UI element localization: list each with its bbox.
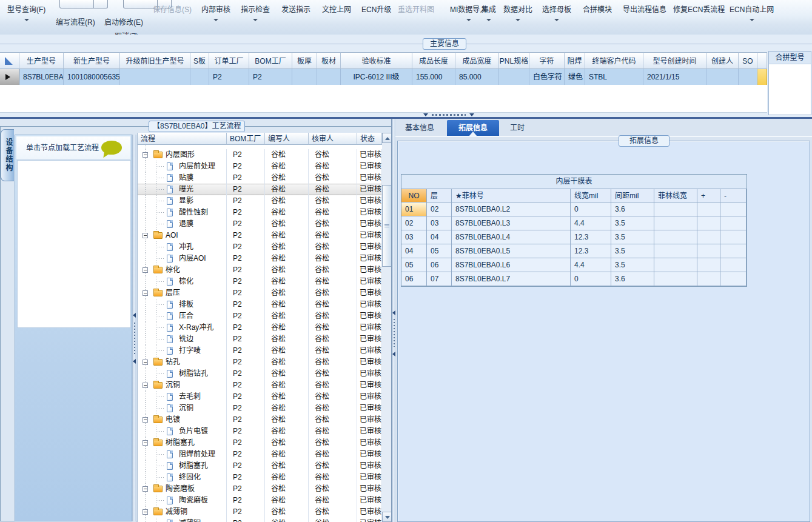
tree-row-step[interactable]: 棕化P2谷松谷松已审核 [138, 276, 382, 287]
film-table-cell[interactable]: 06 [401, 272, 427, 286]
film-table-cell[interactable]: 07 [427, 272, 452, 286]
film-table-cell[interactable] [697, 202, 720, 216]
film-table-cell[interactable] [654, 216, 697, 230]
tree-row-folder[interactable]: 沉铜P2谷松谷松已审核 [138, 380, 382, 391]
tree-row-step[interactable]: 曝光P2谷松谷松已审核 [138, 184, 382, 195]
tree-row-step[interactable]: 冲孔P2谷松谷松已审核 [138, 241, 382, 253]
grid-column-header[interactable]: 终端客户代码 [585, 52, 643, 69]
tree-row-step[interactable]: 排板P2谷松谷松已审核 [138, 299, 382, 310]
film-table-cell[interactable] [720, 202, 747, 216]
film-table-cell[interactable]: 01 [401, 202, 427, 216]
toolbar-item-15[interactable]: 选择母板 [540, 2, 574, 15]
toolbar-clipped-button[interactable] [59, 0, 108, 8]
grid-column-header[interactable]: BOM工厂 [249, 52, 292, 69]
film-column-header[interactable]: - [720, 189, 747, 202]
collapse-toggle-icon[interactable] [143, 509, 148, 515]
grid-column-header[interactable]: 阻焊 [565, 52, 585, 69]
film-table-cell[interactable]: 05 [401, 258, 427, 272]
dropdown-arrow-icon[interactable] [466, 19, 471, 21]
film-table-cell[interactable] [720, 244, 747, 258]
film-table-row[interactable]: 04058S7BL0EBA0.L512.33.5 [401, 244, 747, 258]
dropdown-arrow-icon[interactable] [554, 19, 559, 21]
tree-row-step[interactable]: 压合P2谷松谷松已审核 [138, 310, 382, 322]
film-table-row[interactable]: 01028S7BL0EBA0.L203.6 [401, 202, 747, 216]
tab-basic-info[interactable]: 基本信息 [397, 120, 442, 136]
grid-column-header[interactable]: 验收标准 [341, 52, 412, 69]
scroll-down-button[interactable] [382, 512, 392, 522]
tree-row-step[interactable]: 内层AOIP2谷松谷松已审核 [138, 253, 382, 264]
film-column-header[interactable]: 层 [427, 189, 452, 202]
film-table-cell[interactable]: 4.4 [571, 258, 611, 272]
toolbar-item-9[interactable]: 文控上网 [320, 2, 354, 15]
grid-column-header[interactable]: 新生产型号 [64, 52, 120, 69]
tree-row-step[interactable]: 树脂塞孔P2谷松谷松已审核 [138, 460, 382, 472]
film-table-cell[interactable]: 02 [427, 202, 452, 216]
grid-cell[interactable] [739, 69, 757, 85]
collapse-toggle-icon[interactable] [143, 152, 148, 158]
grid-column-header[interactable]: 成品宽度 [455, 52, 499, 69]
tree-row-step[interactable]: 酸性蚀刻P2谷松谷松已审核 [138, 207, 382, 218]
film-table-cell[interactable]: 06 [427, 258, 452, 272]
collapse-toggle-icon[interactable] [143, 290, 148, 296]
film-table-cell[interactable] [720, 216, 747, 230]
dropdown-arrow-icon[interactable] [515, 19, 520, 21]
grid-cell[interactable]: 2021/1/15 [643, 69, 706, 85]
tree-row-folder[interactable]: 树脂塞孔P2谷松谷松已审核 [138, 437, 382, 449]
film-table-row[interactable]: 05068S7BL0EBA0.L64.43.5 [401, 258, 747, 272]
tree-column-header[interactable]: 状态 [357, 133, 382, 145]
grid-column-header[interactable]: SO [739, 52, 757, 69]
tab-extended-info[interactable]: 拓展信息 [447, 120, 499, 136]
tree-row-step[interactable]: 显影P2谷松谷松已审核 [138, 195, 382, 207]
grid-cell[interactable]: STBL [585, 69, 643, 85]
toolbar-item-2[interactable]: 编写流程(R) [53, 15, 98, 28]
select-all-corner[interactable] [0, 52, 19, 69]
film-table-cell[interactable]: 8S7BL0EBA0.L2 [452, 202, 571, 216]
toolbar-item-3[interactable]: 启动修改(E) [102, 15, 146, 28]
film-table-row[interactable]: 03048S7BL0EBA0.L412.33.5 [401, 230, 747, 244]
tree-column-header[interactable]: 流程 [138, 133, 227, 145]
toolbar-item-17[interactable]: 导出流程信息 [620, 2, 669, 15]
horizontal-splitter-handle[interactable] [423, 112, 474, 117]
film-table-cell[interactable]: 3.5 [611, 244, 654, 258]
film-table-cell[interactable] [654, 230, 697, 244]
film-table-cell[interactable]: 8S7BL0EBA0.L6 [452, 258, 571, 272]
film-table-cell[interactable]: 3.6 [611, 202, 654, 216]
film-table-cell[interactable] [697, 244, 720, 258]
film-column-header[interactable]: 间距mil [611, 189, 654, 202]
film-table-cell[interactable] [697, 258, 720, 272]
toolbar-item-14[interactable]: 数据对比 [501, 2, 535, 15]
grid-cell[interactable] [499, 69, 529, 85]
tree-row-step[interactable]: 贴膜P2谷松谷松已审核 [138, 172, 382, 184]
film-table-cell[interactable] [654, 244, 697, 258]
dropdown-arrow-icon[interactable] [213, 19, 218, 21]
grid-cell[interactable]: P2 [209, 69, 249, 85]
tree-row-step[interactable]: 减薄铜P2谷松谷松已审核 [138, 518, 382, 522]
grid-cell[interactable]: P2 [249, 69, 292, 85]
film-column-header[interactable]: ★菲林号 [452, 189, 571, 202]
grid-cell[interactable]: IPC-6012 III级 [341, 69, 412, 85]
toolbar-item-19[interactable]: ECN自动上网 [727, 2, 776, 15]
film-table-cell[interactable] [720, 230, 747, 244]
tree-row-folder[interactable]: 减薄铜P2谷松谷松已审核 [138, 506, 382, 518]
grid-cell[interactable] [120, 69, 190, 85]
tree-row-step[interactable]: 打字唛P2谷松谷松已审核 [138, 345, 382, 356]
film-table-cell[interactable] [654, 202, 697, 216]
film-table-cell[interactable]: 04 [401, 244, 427, 258]
film-table-cell[interactable]: 3.5 [611, 258, 654, 272]
film-table-cell[interactable]: 8S7BL0EBA0.L3 [452, 216, 571, 230]
tree-row-folder[interactable]: 棕化P2谷松谷松已审核 [138, 264, 382, 276]
process-tree-scrollbar[interactable] [382, 133, 392, 522]
film-table-cell[interactable]: 12.3 [571, 244, 611, 258]
tree-column-header[interactable]: BOM工厂 [227, 133, 265, 145]
tree-row-step[interactable]: 终固化P2谷松谷松已审核 [138, 472, 382, 483]
grid-column-header[interactable]: 型号创建时间 [643, 52, 706, 69]
film-table-cell[interactable] [654, 272, 697, 286]
film-table-cell[interactable]: 0 [571, 202, 611, 216]
film-table-cell[interactable] [697, 272, 720, 286]
grid-cell[interactable] [292, 69, 317, 85]
film-table-cell[interactable] [720, 258, 747, 272]
grid-cell[interactable]: 8S7BL0EBA0 [19, 69, 64, 85]
tab-device-structure[interactable]: 设备结构 [1, 129, 14, 181]
grid-cell[interactable]: 绿色 [565, 69, 585, 85]
film-table-cell[interactable]: 8S7BL0EBA0.L4 [452, 230, 571, 244]
